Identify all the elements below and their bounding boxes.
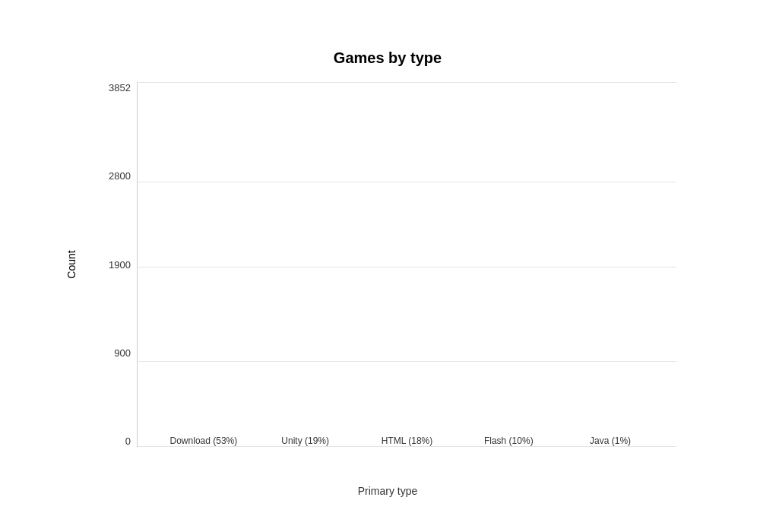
bar-group: Download (53%) <box>153 429 255 446</box>
y-axis-label: Count <box>65 250 78 278</box>
y-tick: 1900 <box>109 259 131 271</box>
chart-container: Games by type Count 3852280019009000 Dow… <box>38 19 722 513</box>
bar-group: Java (1%) <box>559 429 661 446</box>
bar-label: Java (1%) <box>590 435 631 446</box>
y-tick: 900 <box>114 347 131 359</box>
bars-wrapper: Download (53%)Unity (19%)HTML (18%)Flash… <box>138 82 676 446</box>
y-tick: 0 <box>125 435 131 447</box>
plot-area: Download (53%)Unity (19%)HTML (18%)Flash… <box>137 82 676 447</box>
bar-label: Unity (19%) <box>281 435 329 446</box>
y-tick: 2800 <box>109 170 131 182</box>
grid-line <box>138 446 676 447</box>
chart-title: Games by type <box>99 49 676 67</box>
chart-area: Count 3852280019009000 Download (53%)Uni… <box>99 82 676 447</box>
bar-label: Download (53%) <box>170 435 238 446</box>
bar-group: Flash (10%) <box>458 429 559 446</box>
y-tick: 3852 <box>109 82 131 93</box>
bar-label: HTML (18%) <box>382 435 433 446</box>
y-axis: 3852280019009000 <box>99 82 137 447</box>
bar-group: HTML (18%) <box>356 429 458 446</box>
bar-group: Unity (19%) <box>255 429 356 446</box>
x-axis-label: Primary type <box>99 485 676 497</box>
bar-label: Flash (10%) <box>484 435 534 446</box>
